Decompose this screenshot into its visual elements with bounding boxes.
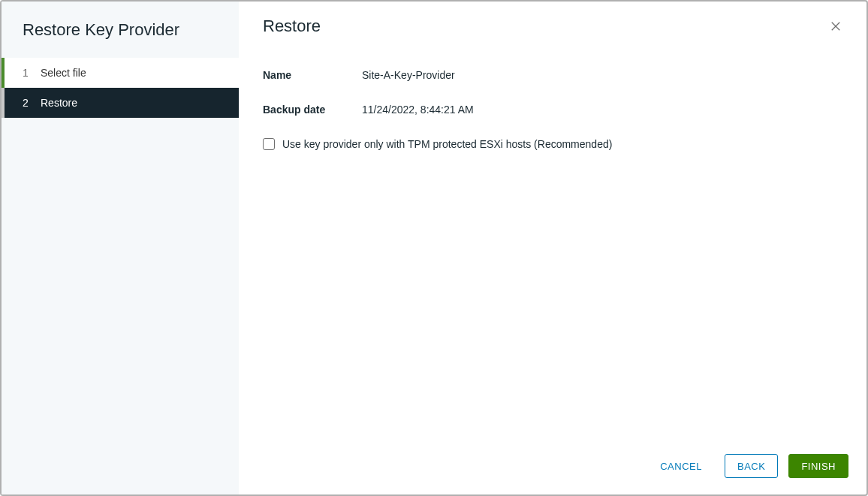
step-number: 2 — [23, 97, 35, 109]
step-label: Restore — [41, 97, 77, 109]
content-header: Restore — [239, 2, 866, 42]
close-icon — [829, 20, 842, 33]
wizard-steps: 1 Select file 2 Restore — [2, 58, 239, 118]
content-pane: Restore Name Site-A-Key-Provider Backup … — [239, 2, 866, 494]
step-label: Select file — [41, 67, 86, 79]
step-number: 1 — [23, 67, 35, 79]
field-name: Name Site-A-Key-Provider — [263, 69, 842, 81]
name-label: Name — [263, 69, 362, 81]
content-title: Restore — [263, 17, 321, 36]
name-value: Site-A-Key-Provider — [362, 69, 455, 81]
back-button[interactable]: BACK — [725, 454, 778, 478]
step-select-file[interactable]: 1 Select file — [2, 58, 239, 88]
wizard-title: Restore Key Provider — [2, 8, 239, 58]
restore-key-provider-modal: Restore Key Provider 1 Select file 2 Res… — [0, 0, 868, 496]
tpm-option-row: Use key provider only with TPM protected… — [263, 138, 842, 150]
content-footer: CANCEL BACK FINISH — [239, 440, 866, 494]
tpm-checkbox[interactable] — [263, 138, 275, 150]
finish-button[interactable]: FINISH — [788, 454, 848, 478]
wizard-sidebar: Restore Key Provider 1 Select file 2 Res… — [2, 2, 239, 494]
field-backup-date: Backup date 11/24/2022, 8:44:21 AM — [263, 104, 842, 116]
cancel-button[interactable]: CANCEL — [648, 454, 714, 478]
tpm-checkbox-label: Use key provider only with TPM protected… — [282, 138, 612, 150]
backup-date-label: Backup date — [263, 104, 362, 116]
backup-date-value: 11/24/2022, 8:44:21 AM — [362, 104, 474, 116]
close-button[interactable] — [826, 17, 845, 36]
step-restore[interactable]: 2 Restore — [2, 88, 239, 118]
content-body: Name Site-A-Key-Provider Backup date 11/… — [239, 42, 866, 440]
